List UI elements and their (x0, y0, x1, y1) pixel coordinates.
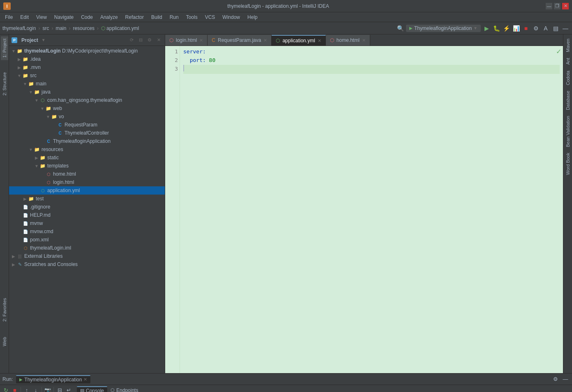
endpoints-tab[interactable]: ⬡ Endpoints (107, 386, 141, 392)
collapse-btn[interactable]: ⊟ (137, 37, 144, 44)
menu-edit[interactable]: Edit (17, 14, 32, 21)
stop-run-btn[interactable]: ■ (11, 386, 19, 392)
tree-java[interactable]: ▼ 📁 java (9, 88, 165, 96)
tab-application-yml[interactable]: ⬡ application.yml ✕ (272, 35, 325, 46)
tab-home-close[interactable]: ✕ (362, 38, 366, 43)
breadcrumb-resources[interactable]: resources (73, 25, 95, 31)
web-tab[interactable]: Web (1, 335, 8, 348)
settings-btn[interactable]: ⚙ (532, 24, 540, 32)
close-button[interactable]: ✕ (562, 3, 569, 9)
tree-gitignore[interactable]: 📄 .gitignore (9, 203, 165, 211)
tree-root[interactable]: ▼ 📁 thymeleafLogin D:\MyCode\project\thy… (9, 47, 165, 55)
menu-tools[interactable]: Tools (183, 14, 201, 21)
run-settings-btn[interactable]: ⚙ (551, 375, 560, 383)
tree-ext-libs[interactable]: ▶ ||| External Libraries (9, 252, 165, 260)
tree-iml[interactable]: ⬡ thymeleafLogin.iml (9, 244, 165, 252)
tree-main[interactable]: ▼ 📁 main (9, 80, 165, 88)
tree-mvnwcmd[interactable]: 📄 mvnw.cmd (9, 227, 165, 236)
breadcrumb-main[interactable]: main (55, 25, 66, 31)
maximize-button[interactable]: ❐ (554, 3, 560, 9)
tree-resources[interactable]: ▼ 📁 resources (9, 145, 165, 154)
breadcrumb-src[interactable]: src (42, 25, 49, 31)
filter-btn[interactable]: ⊟ (55, 386, 64, 392)
breadcrumb-root[interactable]: thymeleafLogin (2, 25, 36, 31)
menu-analyze[interactable]: Analyze (97, 14, 121, 21)
tree-login-html[interactable]: ⬡ login.html (9, 178, 165, 186)
tree-pom[interactable]: 📄 pom.xml (9, 236, 165, 244)
run-btn[interactable]: ▶ (482, 24, 491, 32)
breadcrumb-file[interactable]: ⬡application.yml (101, 25, 139, 31)
tree-package[interactable]: ▼ ⬡ com.han_qingsong.thymeleaflogin (9, 96, 165, 104)
menu-run[interactable]: Run (166, 14, 182, 21)
run-tab-close[interactable]: ✕ (83, 377, 87, 382)
menu-refactor[interactable]: Refactor (122, 14, 147, 21)
tree-arrow-static: ▶ (34, 156, 39, 160)
menu-vcs[interactable]: VCS (202, 14, 219, 21)
tree-templates[interactable]: ▼ 📁 templates (9, 162, 165, 170)
tree-scratches[interactable]: ▶ ✎ Scratches and Consoles (9, 260, 165, 268)
tree-app[interactable]: C ThymeleafloginApplication (9, 137, 165, 145)
tree-controller[interactable]: C ThymeleafController (9, 129, 165, 137)
menu-file[interactable]: File (2, 14, 16, 21)
scroll-down-btn[interactable]: ↓ (32, 386, 40, 392)
menu-help[interactable]: Help (244, 14, 261, 21)
run-minimize-btn[interactable]: — (561, 375, 570, 383)
structure-tab[interactable]: 2: Structure (1, 70, 8, 98)
editor-content[interactable]: 1 2 3 server: port: 80 ✓ (165, 46, 563, 373)
tab-home-html[interactable]: ⬡ home.html ✕ (326, 35, 370, 46)
tree-home-html[interactable]: ⬡ home.html (9, 170, 165, 178)
console-tab[interactable]: ▤ Console (77, 386, 107, 392)
tree-idea[interactable]: ▶ 📁 .idea (9, 55, 165, 63)
tree-mvn[interactable]: ▶ 📁 .mvn (9, 63, 165, 71)
tab-rp-close[interactable]: ✕ (263, 38, 267, 43)
screenshot-btn[interactable]: 📷 (44, 386, 52, 392)
database-tab[interactable]: Database (564, 88, 572, 112)
translate-btn[interactable]: A (542, 24, 550, 32)
menu-view[interactable]: View (33, 14, 50, 21)
debug-btn[interactable]: 🐛 (492, 24, 501, 32)
menu-build[interactable]: Build (148, 14, 166, 21)
scroll-up-btn[interactable]: ↑ (23, 386, 31, 392)
project-tool-tab[interactable]: 1: Project (1, 36, 8, 60)
tree-test[interactable]: ▶ 📁 test (9, 195, 165, 203)
menu-navigate[interactable]: Navigate (51, 14, 77, 21)
minimize-button[interactable]: — (546, 3, 552, 9)
sync-btn[interactable]: ⟳ (128, 37, 135, 44)
layout-btn[interactable]: ▤ (551, 24, 560, 32)
word-book-tab[interactable]: Word Book (564, 150, 572, 177)
run-config-dropdown[interactable]: ▶ ThymeleafloginApplication ▼ (406, 25, 481, 32)
tree-src[interactable]: ▼ 📁 src (9, 71, 165, 80)
minimize-panel-btn[interactable]: — (561, 24, 570, 32)
wrap-btn[interactable]: ↵ (65, 386, 73, 392)
bean-validation-tab[interactable]: Bean Validation (564, 113, 572, 149)
stop-btn[interactable]: ■ (522, 24, 530, 32)
tree-help[interactable]: 📄 HELP.md (9, 211, 165, 219)
project-dropdown-icon[interactable]: ▼ (42, 38, 46, 42)
tab-login-close[interactable]: ✕ (199, 38, 203, 43)
ant-tab[interactable]: Ant (564, 55, 572, 67)
tree-vo[interactable]: ▼ 📁 vo (9, 112, 165, 121)
tab-login-html[interactable]: ⬡ login.html ✕ (165, 35, 208, 46)
tree-arrow-web: ▼ (39, 106, 45, 111)
rerun-btn[interactable]: ↻ (2, 386, 10, 392)
run-app-tab[interactable]: ▶ ThymeleafloginApplication ✕ (16, 375, 90, 383)
search-everywhere-btn[interactable]: 🔍 (396, 24, 404, 32)
project-settings-btn[interactable]: ⚙ (146, 37, 153, 44)
tab-yml-close[interactable]: ✕ (318, 38, 321, 44)
maven-tab[interactable]: Maven (564, 36, 572, 55)
codota-tab[interactable]: Codota (564, 68, 572, 87)
tree-application-yml[interactable]: ⬡ application.yml (9, 186, 165, 195)
tree-static[interactable]: ▶ 📁 static (9, 154, 165, 162)
menu-code[interactable]: Code (78, 14, 96, 21)
tree-web[interactable]: ▼ 📁 web (9, 104, 165, 112)
coverage-btn[interactable]: ⚡ (502, 24, 510, 32)
tab-requestparam[interactable]: C RequestParam.java ✕ (208, 35, 272, 46)
favorites-tab[interactable]: 2: Favorites (1, 296, 8, 324)
close-panel-btn[interactable]: ✕ (155, 37, 162, 44)
app-run-icon2: ▶ (19, 377, 23, 382)
profile-btn[interactable]: 📊 (512, 24, 520, 32)
tree-requestparam[interactable]: C RequestParam (9, 121, 165, 129)
menu-window[interactable]: Window (219, 14, 243, 21)
code-area[interactable]: server: port: 80 (180, 46, 563, 373)
tree-mvnw[interactable]: 📄 mvnw (9, 219, 165, 227)
